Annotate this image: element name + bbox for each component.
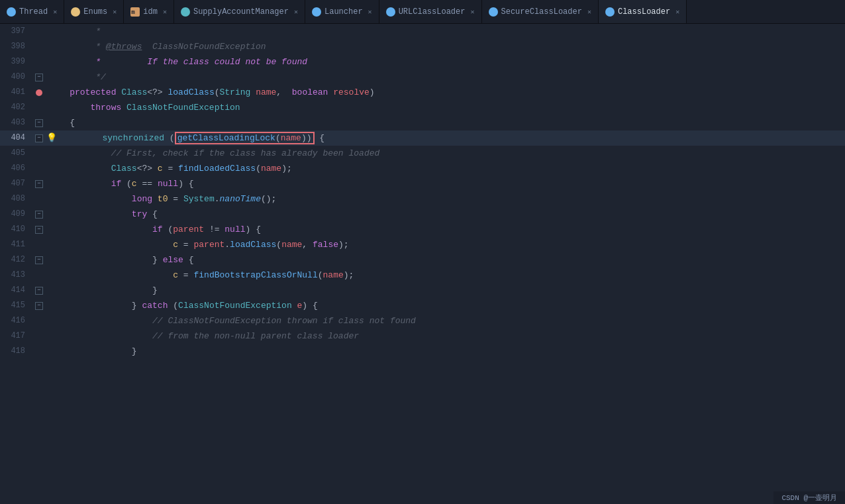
- code-line-413: 413 c = findBootstrapClassOrNull(name);: [0, 268, 845, 283]
- line-content-401: protected Class<?> loadClass(String name…: [46, 85, 845, 100]
- line-num-408: 408: [0, 191, 32, 207]
- fold-icon-414[interactable]: −: [35, 287, 43, 295]
- line-content-398: * @throws ClassNotFoundException: [46, 39, 845, 54]
- fold-icon-412[interactable]: −: [35, 256, 43, 264]
- gutter-410: −: [32, 226, 46, 234]
- tab-enums[interactable]: Enums ✕: [64, 0, 124, 23]
- line-content-407: if (c == null) {: [46, 176, 845, 191]
- line-content-417: // from the non-null parent class loader: [46, 328, 845, 344]
- line-content-415: } catch (ClassNotFoundException e) {: [46, 298, 845, 313]
- code-line-414: 414 − }: [0, 283, 845, 298]
- fold-icon-410[interactable]: −: [35, 226, 43, 234]
- fold-icon-404[interactable]: −: [35, 134, 43, 142]
- fold-icon-400[interactable]: −: [35, 74, 43, 81]
- line-content-406: Class<?> c = findLoadedClass(name);: [46, 161, 845, 176]
- tab-supply-close[interactable]: ✕: [294, 8, 298, 16]
- fold-icon-403[interactable]: −: [35, 119, 43, 127]
- line-num-404: 404: [0, 130, 32, 146]
- line-content-412: } else {: [46, 252, 845, 268]
- gutter-407: −: [32, 180, 46, 188]
- tab-secureclassloader-icon: [489, 7, 498, 17]
- tab-thread-close[interactable]: ✕: [53, 8, 57, 16]
- tab-secureclassloader[interactable]: SecureClassLoader ✕: [482, 0, 599, 23]
- tab-idm-label: idm: [143, 7, 158, 17]
- tab-idm-close[interactable]: ✕: [163, 8, 167, 16]
- tab-thread-label: Thread: [19, 7, 48, 17]
- line-content-405: // First, check if the class has already…: [46, 146, 845, 161]
- line-num-400: 400: [0, 70, 32, 85]
- tab-idm[interactable]: m idm ✕: [124, 0, 174, 23]
- line-num-411: 411: [0, 237, 32, 252]
- gutter-414: −: [32, 287, 46, 295]
- tab-launcher[interactable]: Launcher ✕: [305, 0, 379, 23]
- gutter-400: −: [32, 74, 46, 81]
- code-line-409: 409 − try {: [0, 207, 845, 222]
- gutter-415: −: [32, 302, 46, 310]
- line-num-407: 407: [0, 176, 32, 191]
- code-line-402: 402 throws ClassNotFoundException: [0, 100, 845, 115]
- line-content-403: {: [46, 115, 845, 130]
- tab-classloader-label: ClassLoader: [618, 7, 670, 17]
- fold-icon-407[interactable]: −: [35, 180, 43, 188]
- line-num-418: 418: [0, 344, 32, 359]
- tab-classloader[interactable]: ClassLoader ✕: [599, 0, 687, 23]
- line-content-404: synchronized (getClassLoadingLock(name))…: [58, 130, 845, 146]
- tab-urlclassloader-label: URLClassLoader: [399, 7, 466, 17]
- line-content-400: */: [46, 70, 845, 85]
- tab-secureclassloader-label: SecureClassLoader: [501, 7, 582, 17]
- gutter-404: −: [32, 134, 46, 142]
- line-content-408: long t0 = System.nanoTime();: [46, 191, 845, 207]
- code-line-397: 397 *: [0, 24, 845, 39]
- code-editor: 397 * 398 * @throws ClassNotFoundExcepti…: [0, 24, 845, 504]
- fold-icon-409[interactable]: −: [35, 211, 43, 219]
- line-num-410: 410: [0, 222, 32, 237]
- tab-enums-label: Enums: [83, 7, 107, 17]
- gutter-403: −: [32, 119, 46, 127]
- tab-secureclassloader-close[interactable]: ✕: [587, 8, 591, 16]
- lightbulb-404: 💡: [46, 130, 57, 146]
- line-num-406: 406: [0, 161, 32, 176]
- tab-classloader-icon: [605, 7, 615, 17]
- tab-supply-icon: [181, 7, 190, 17]
- code-line-403: 403 − {: [0, 115, 845, 130]
- code-line-399: 399 * If the class could not be found: [0, 54, 845, 70]
- code-line-400: 400 − */: [0, 70, 845, 85]
- tab-urlclassloader-close[interactable]: ✕: [470, 8, 474, 16]
- line-content-413: c = findBootstrapClassOrNull(name);: [46, 268, 845, 283]
- tab-idm-icon: m: [130, 7, 140, 17]
- line-num-417: 417: [0, 328, 32, 344]
- code-line-418: 418 }: [0, 344, 845, 359]
- line-num-398: 398: [0, 39, 32, 54]
- line-content-402: throws ClassNotFoundException: [46, 100, 845, 115]
- code-line-417: 417 // from the non-null parent class lo…: [0, 328, 845, 344]
- code-line-411: 411 c = parent.loadClass(name, false);: [0, 237, 845, 252]
- code-line-415: 415 − } catch (ClassNotFoundException e)…: [0, 298, 845, 313]
- tab-launcher-icon: [312, 7, 321, 17]
- tab-classloader-close[interactable]: ✕: [675, 8, 679, 16]
- line-content-410: if (parent != null) {: [46, 222, 845, 237]
- tab-supply[interactable]: SupplyAccountManager ✕: [174, 0, 305, 23]
- line-content-409: try {: [46, 207, 845, 222]
- code-line-407: 407 − if (c == null) {: [0, 176, 845, 191]
- line-content-414: }: [46, 283, 845, 298]
- line-content-397: *: [46, 24, 845, 39]
- tab-enums-close[interactable]: ✕: [113, 8, 117, 16]
- line-num-409: 409: [0, 207, 32, 222]
- code-line-398: 398 * @throws ClassNotFoundException: [0, 39, 845, 54]
- code-line-410: 410 − if (parent != null) {: [0, 222, 845, 237]
- gutter-401: [32, 89, 46, 96]
- code-line-405: 405 // First, check if the class has alr…: [0, 146, 845, 161]
- tab-urlclassloader[interactable]: URLClassLoader ✕: [379, 0, 482, 23]
- line-content-411: c = parent.loadClass(name, false);: [46, 237, 845, 252]
- tab-launcher-label: Launcher: [324, 7, 363, 17]
- tab-thread[interactable]: Thread ✕: [0, 0, 64, 23]
- fold-icon-415[interactable]: −: [35, 302, 43, 310]
- line-num-402: 402: [0, 100, 32, 115]
- highlight-getClassLoadingLock: getClassLoadingLock(name)): [175, 132, 315, 144]
- tab-launcher-close[interactable]: ✕: [368, 8, 372, 16]
- line-num-415: 415: [0, 298, 32, 313]
- line-num-414: 414: [0, 283, 32, 298]
- breakpoint-401: [36, 89, 42, 96]
- tab-bar: Thread ✕ Enums ✕ m idm ✕ SupplyAccountMa…: [0, 0, 845, 24]
- tab-urlclassloader-icon: [386, 7, 395, 17]
